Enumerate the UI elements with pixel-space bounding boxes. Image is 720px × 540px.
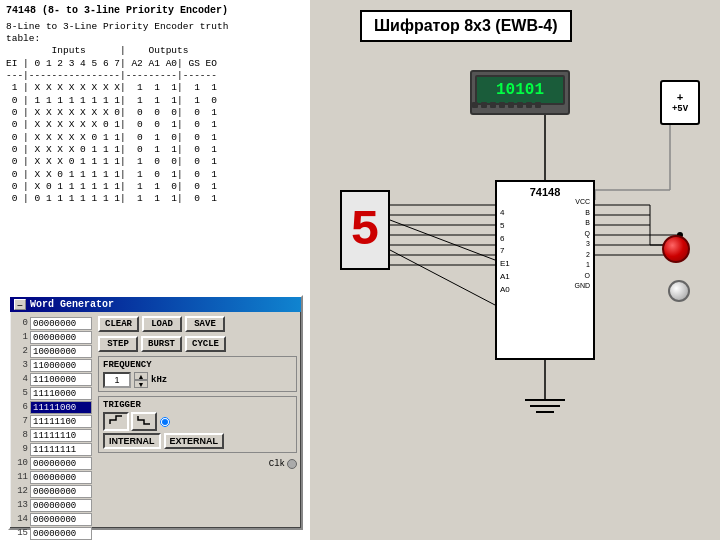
window-minimize-button[interactable]: — [14, 299, 26, 310]
rising-edge-icon [109, 415, 123, 425]
word-generator-controls: CLEAR LOAD SAVE STEP BURST CYCLE FREQUEN… [98, 316, 297, 540]
red-led [662, 235, 690, 263]
list-item[interactable]: 4 11100000 [14, 372, 94, 386]
freq-spin-up[interactable]: ▲ [134, 372, 148, 380]
frequency-unit: kHz [151, 375, 167, 385]
list-item[interactable]: 7 11111100 [14, 414, 94, 428]
word-generator-title: Word Generator [30, 299, 114, 310]
trigger-falling-edge[interactable] [131, 412, 157, 431]
chip-right-pins: VCC B B Q 3 2 1 O GND [574, 197, 590, 292]
list-item[interactable]: 8 11111110 [14, 428, 94, 442]
load-button[interactable]: LOAD [142, 316, 182, 332]
chip-left-pins: 4 5 6 7 E1 A1 A0 [500, 207, 510, 297]
schematic-panel: Шифратор 8x3 (EWB-4) [310, 0, 720, 540]
trigger-label: TRIGGER [103, 400, 292, 410]
list-item[interactable]: 2 10000000 [14, 344, 94, 358]
list-item[interactable]: 6 11111000 [14, 400, 94, 414]
trigger-row [103, 412, 292, 431]
trigger-mode-row: INTERNAL EXTERNAL [103, 433, 292, 449]
cycle-button[interactable]: CYCLE [185, 336, 226, 352]
word-generator-body: 0 00000000 1 00000000 2 10000000 3 11000… [10, 312, 301, 540]
word-generator-titlebar: — Word Generator [10, 297, 301, 312]
word-generator-window: — Word Generator 0 00000000 1 00000000 2… [8, 295, 303, 530]
btn-row-2: STEP BURST CYCLE [98, 336, 297, 352]
truth-table-description: 8-Line to 3-Line Priority Encoder truth … [6, 21, 304, 206]
trigger-section: TRIGGER [98, 396, 297, 453]
list-item[interactable]: 13 00000000 [14, 498, 94, 512]
svg-line-29 [390, 220, 495, 260]
clk-label: Clk [269, 459, 285, 469]
list-item[interactable]: 15 00000000 [14, 526, 94, 540]
schematic-title: Шифратор 8x3 (EWB-4) [360, 10, 572, 42]
schematic-area: 10101 + +5V 5 74148 4 5 [310, 60, 720, 540]
seven-segment-display: 5 [340, 190, 390, 270]
list-item[interactable]: 9 11111111 [14, 442, 94, 456]
word-list: 0 00000000 1 00000000 2 10000000 3 11000… [14, 316, 94, 540]
trigger-rising-edge[interactable] [103, 412, 129, 431]
led-display-dots [472, 102, 541, 108]
btn-row-1: CLEAR LOAD SAVE [98, 316, 297, 332]
freq-spin-down[interactable]: ▼ [134, 380, 148, 388]
clear-button[interactable]: CLEAR [98, 316, 139, 332]
list-item[interactable]: 3 11000000 [14, 358, 94, 372]
svg-line-30 [390, 250, 495, 305]
white-led [668, 280, 690, 302]
frequency-spinners: ▲ ▼ [134, 372, 148, 388]
frequency-input[interactable] [103, 372, 131, 388]
internal-trigger-button[interactable]: INTERNAL [103, 433, 161, 449]
frequency-row: ▲ ▼ kHz [103, 372, 292, 388]
trigger-icons [103, 412, 157, 431]
external-trigger-button[interactable]: EXTERNAL [164, 433, 225, 449]
save-button[interactable]: SAVE [185, 316, 225, 332]
seg-display-value: 5 [350, 202, 380, 259]
chip-74148: 74148 4 5 6 7 E1 A1 A0 VCC B B Q 3 2 1 O [495, 180, 595, 360]
trigger-radio[interactable] [160, 417, 170, 427]
list-item[interactable]: 5 11110000 [14, 386, 94, 400]
power-voltage-label: +5V [672, 104, 688, 114]
led-display: 10101 [475, 75, 565, 105]
clk-indicator [287, 459, 297, 469]
frequency-section: FREQUENCY ▲ ▼ kHz [98, 356, 297, 392]
list-item[interactable]: 1 00000000 [14, 330, 94, 344]
step-button[interactable]: STEP [98, 336, 138, 352]
power-plus-sign: + [677, 92, 684, 104]
list-item[interactable]: 12 00000000 [14, 484, 94, 498]
list-item[interactable]: 11 00000000 [14, 470, 94, 484]
encoder-title: 74148 (8- to 3-line Priority Encoder) [6, 4, 304, 18]
frequency-label: FREQUENCY [103, 360, 292, 370]
power-supply: + +5V [660, 80, 700, 125]
list-item[interactable]: 14 00000000 [14, 512, 94, 526]
burst-button[interactable]: BURST [141, 336, 182, 352]
falling-edge-icon [137, 415, 151, 425]
list-item[interactable]: 0 00000000 [14, 316, 94, 330]
list-item[interactable]: 10 00000000 [14, 456, 94, 470]
clk-row: Clk [98, 459, 297, 469]
